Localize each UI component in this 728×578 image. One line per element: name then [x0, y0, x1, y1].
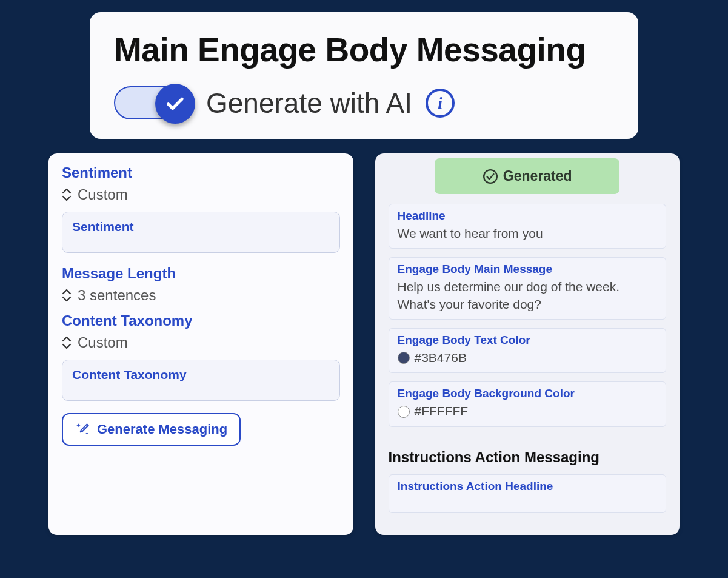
checkmark-circle-icon	[483, 169, 498, 184]
instructions-section-title: Instructions Action Messaging	[389, 449, 667, 466]
info-icon[interactable]: i	[426, 89, 455, 118]
generated-badge-label: Generated	[503, 168, 572, 184]
settings-card: Sentiment Custom Sentiment Message Lengt…	[48, 153, 353, 535]
headline-field[interactable]: Headline We want to hear from you	[389, 204, 667, 249]
text-color-swatch	[398, 352, 410, 364]
instructions-headline-field[interactable]: Instructions Action Headline	[389, 474, 667, 513]
text-color-label: Engage Body Text Color	[398, 334, 658, 347]
generated-badge: Generated	[435, 158, 619, 194]
bg-color-field[interactable]: Engage Body Background Color #FFFFFF	[389, 381, 667, 426]
sentiment-input[interactable]: Sentiment	[62, 212, 340, 253]
headline-field-label: Headline	[398, 209, 658, 223]
content-taxonomy-input-label: Content Taxonomy	[72, 368, 330, 382]
content-taxonomy-input[interactable]: Content Taxonomy	[62, 360, 340, 401]
svg-point-0	[484, 170, 497, 183]
text-color-field[interactable]: Engage Body Text Color #3B476B	[389, 328, 667, 373]
stepper-arrows-icon	[62, 188, 72, 201]
generate-ai-toggle[interactable]	[114, 86, 193, 119]
main-columns: Sentiment Custom Sentiment Message Lengt…	[48, 153, 680, 535]
message-length-value: 3 sentences	[78, 287, 156, 304]
output-card: Generated Headline We want to hear from …	[375, 153, 680, 535]
bg-color-label: Engage Body Background Color	[398, 387, 658, 400]
instructions-headline-label: Instructions Action Headline	[398, 480, 658, 493]
sentiment-label: Sentiment	[62, 164, 340, 181]
toggle-knob	[155, 84, 195, 124]
content-taxonomy-label: Content Taxonomy	[62, 312, 340, 329]
stepper-arrows-icon	[62, 336, 72, 349]
sentiment-stepper[interactable]: Custom	[62, 186, 340, 203]
checkmark-icon	[165, 93, 185, 114]
main-message-field[interactable]: Engage Body Main Message Help us determi…	[389, 257, 667, 320]
text-color-value: #3B476B	[415, 349, 467, 366]
sentiment-input-label: Sentiment	[72, 220, 330, 234]
headline-field-value: We want to hear from you	[398, 225, 658, 242]
message-length-label: Message Length	[62, 265, 340, 282]
main-message-label: Engage Body Main Message	[398, 263, 658, 276]
content-taxonomy-stepper[interactable]: Custom	[62, 334, 340, 351]
generate-ai-label: Generate with AI	[206, 87, 412, 119]
toggle-row: Generate with AI i	[114, 86, 614, 119]
bg-color-value: #FFFFFF	[415, 403, 469, 420]
generate-messaging-button[interactable]: Generate Messaging	[62, 413, 241, 446]
sparkle-icon	[75, 422, 91, 437]
main-message-value: Help us determine our dog of the week. W…	[398, 278, 658, 313]
content-taxonomy-value: Custom	[78, 334, 128, 351]
stepper-arrows-icon	[62, 289, 72, 302]
bg-color-swatch	[398, 406, 410, 418]
page-title: Main Engage Body Messaging	[114, 30, 614, 69]
sentiment-value: Custom	[78, 186, 128, 203]
header-card: Main Engage Body Messaging Generate with…	[90, 12, 638, 139]
message-length-stepper[interactable]: 3 sentences	[62, 287, 340, 304]
generate-button-label: Generate Messaging	[97, 422, 227, 437]
